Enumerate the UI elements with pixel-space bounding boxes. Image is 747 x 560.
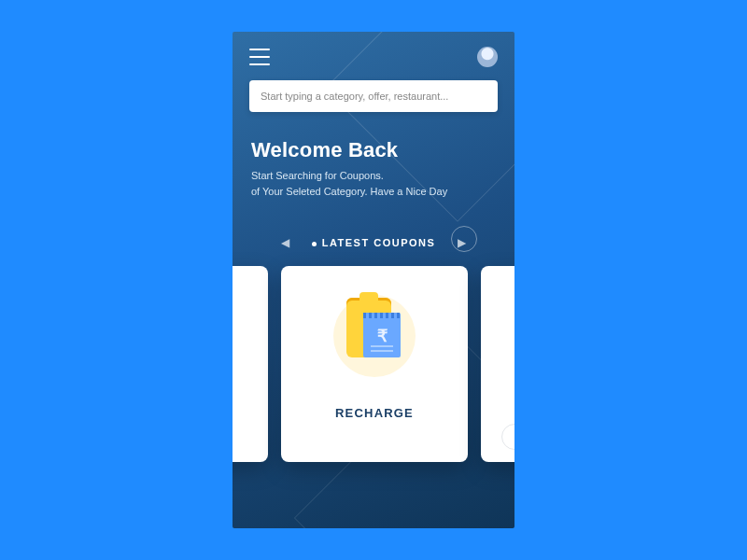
hamburger-menu-icon[interactable]	[249, 49, 270, 65]
welcome-block: Welcome Back Start Searching for Coupons…	[233, 112, 514, 199]
carousel-next-icon[interactable]: ▶	[458, 236, 466, 249]
welcome-subtitle-line2: of Your Seleted Category. Have a Nice Da…	[251, 184, 496, 200]
coupons-section-text: LATEST COUPONS	[322, 237, 436, 248]
rupee-glyph: ₹	[363, 326, 401, 346]
coupons-header: ◀ LATEST COUPONS ▶	[233, 236, 514, 249]
app-screen: Welcome Back Start Searching for Coupons…	[233, 32, 514, 528]
coupon-card[interactable]	[233, 266, 268, 462]
coupon-card-title: RECHARGE	[335, 406, 414, 420]
search-container	[233, 75, 514, 112]
search-input[interactable]	[249, 80, 498, 112]
recharge-icon: ₹	[335, 292, 414, 380]
coupon-card[interactable]	[481, 266, 514, 462]
page-title: Welcome Back	[251, 138, 496, 162]
carousel-prev-icon[interactable]: ◀	[281, 236, 289, 249]
coupons-carousel[interactable]: ₹ RECHARGE	[233, 266, 363, 462]
bullet-icon	[312, 242, 317, 246]
coupon-card-recharge[interactable]: ₹ RECHARGE	[281, 266, 468, 462]
welcome-subtitle-line1: Start Searching for Coupons.	[251, 168, 496, 184]
coupons-section-label: LATEST COUPONS	[312, 237, 436, 248]
top-bar	[233, 32, 514, 75]
avatar[interactable]	[477, 47, 498, 67]
